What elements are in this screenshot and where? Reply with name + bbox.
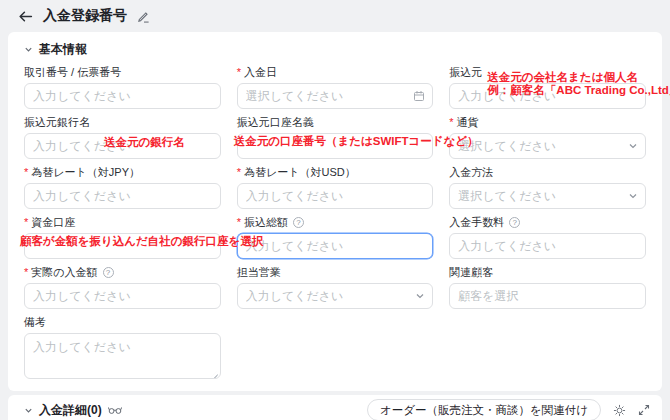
annotation-sender-account: 送金元の口座番号（またはSWIFTコードなど）	[234, 135, 479, 148]
gear-icon[interactable]	[613, 404, 626, 417]
detail-section-title: 入金詳細(0)	[39, 402, 102, 419]
basic-section-title: 基本情報	[39, 41, 87, 58]
actual-payment-amount-input[interactable]	[24, 283, 221, 309]
required-asterisk: *	[237, 217, 241, 227]
required-asterisk: *	[237, 67, 241, 77]
field-sender-bank-name: 振込元銀行名 送金元の銀行名	[24, 114, 221, 159]
help-icon[interactable]: ?	[509, 217, 520, 228]
related-customer-select[interactable]	[449, 283, 646, 309]
field-label: 資金口座	[31, 215, 75, 230]
field-label: 振込元口座名義	[237, 115, 314, 130]
field-label: 為替レート（対JPY）	[31, 165, 140, 180]
page-title: 入金登録番号	[43, 7, 127, 25]
field-actual-payment-amount: *実際の入金額?	[24, 264, 221, 309]
field-label: 振込総額	[244, 215, 288, 230]
field-exchange-rate-jpy: *為替レート（対JPY）	[24, 164, 221, 209]
chevron-down-icon	[24, 406, 33, 415]
topbar: 入金登録番号	[0, 0, 670, 32]
payment-detail-card: 入金詳細(0) オーダー（販売注文・商談）を関連付け	[8, 395, 662, 420]
currency-select[interactable]	[449, 133, 646, 159]
basic-info-card: 基本情報 取引番号 / 伝票番号 *入金日 振込元 送金元の会社名または個人名 …	[8, 32, 662, 391]
required-asterisk: *	[24, 217, 28, 227]
field-label: 入金方法	[449, 165, 493, 180]
field-payment-fee: 入金手数料?	[449, 214, 646, 259]
sales-rep-select[interactable]	[237, 283, 434, 309]
basic-section-header[interactable]: 基本情報	[24, 41, 646, 58]
exchange-rate-jpy-input[interactable]	[24, 183, 221, 209]
field-transaction-number: 取引番号 / 伝票番号	[24, 64, 221, 109]
remarks-textarea[interactable]	[24, 333, 221, 379]
payment-fee-input[interactable]	[449, 233, 646, 259]
field-label: 振込元	[449, 65, 482, 80]
annotation-funds-account: 顧客が金額を振り込んだ自社の銀行口座を選択	[20, 235, 263, 248]
chevron-down-icon	[24, 45, 33, 54]
field-label: 振込元銀行名	[24, 115, 90, 130]
field-label: 取引番号 / 伝票番号	[24, 65, 121, 80]
help-icon[interactable]: ?	[293, 217, 304, 228]
field-sales-rep: 担当営業	[237, 264, 434, 309]
field-related-customer: 関連顧客	[449, 264, 646, 309]
field-label: 通貨	[457, 115, 479, 130]
transaction-number-input[interactable]	[24, 83, 221, 109]
field-payment-method: 入金方法	[449, 164, 646, 209]
field-exchange-rate-usd: *為替レート（対USD）	[237, 164, 434, 209]
field-label: 入金日	[244, 65, 277, 80]
required-asterisk: *	[24, 167, 28, 177]
glasses-icon[interactable]	[108, 405, 122, 415]
field-transfer-source: 振込元 送金元の会社名または個人名 例：顧客名「ABC Trading Co.,…	[449, 64, 646, 109]
field-transfer-total: *振込総額?	[237, 214, 434, 259]
field-label: 入金手数料	[449, 215, 504, 230]
transfer-total-input[interactable]	[237, 233, 434, 259]
field-remarks: 備考	[24, 314, 221, 383]
link-order-button[interactable]: オーダー（販売注文・商談）を関連付け	[367, 399, 601, 420]
required-asterisk: *	[449, 117, 453, 127]
field-payment-date: *入金日	[237, 64, 434, 109]
help-icon[interactable]: ?	[103, 267, 114, 278]
field-label: 担当営業	[237, 265, 281, 280]
field-label: 関連顧客	[449, 265, 493, 280]
field-sender-account-name: 振込元口座名義 送金元の口座番号（またはSWIFTコードなど）	[237, 114, 434, 159]
basic-form-grid: 取引番号 / 伝票番号 *入金日 振込元 送金元の会社名または個人名 例：顧客名…	[24, 64, 646, 383]
annotation-sender-bank: 送金元の銀行名	[104, 136, 185, 149]
field-funds-account: *資金口座 顧客が金額を振り込んだ自社の銀行口座を選択	[24, 214, 221, 259]
field-label: 備考	[24, 315, 46, 330]
expand-icon[interactable]	[638, 404, 650, 416]
edit-icon[interactable]	[137, 10, 150, 23]
detail-section-header[interactable]: 入金詳細(0)	[24, 402, 122, 419]
payment-method-select[interactable]	[449, 183, 646, 209]
back-arrow-icon[interactable]	[18, 9, 33, 24]
required-asterisk: *	[237, 167, 241, 177]
annotation-transfer-source: 送金元の会社名または個人名 例：顧客名「ABC Trading Co.,Ltd」	[487, 71, 670, 97]
payment-date-input[interactable]	[237, 83, 434, 109]
exchange-rate-usd-input[interactable]	[237, 183, 434, 209]
field-currency: *通貨	[449, 114, 646, 159]
required-asterisk: *	[24, 267, 28, 277]
field-label: 実際の入金額	[31, 265, 97, 280]
field-label: 為替レート（対USD）	[244, 165, 356, 180]
